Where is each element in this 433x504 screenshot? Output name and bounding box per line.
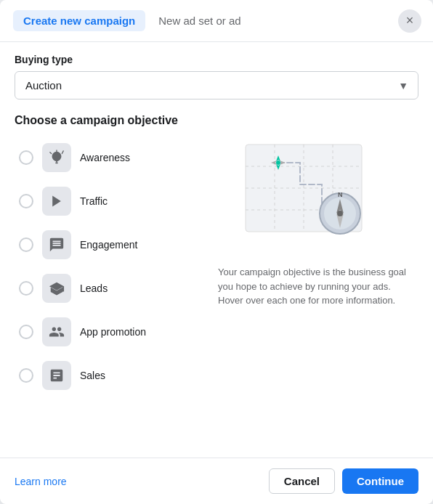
app-promotion-icon-box xyxy=(42,317,71,346)
close-button[interactable]: × xyxy=(398,9,421,33)
objectives-list: Awareness Traffic xyxy=(15,137,203,446)
create-campaign-dialog: Create new campaign New ad set or ad × B… xyxy=(0,0,433,504)
radio-app-promotion[interactable] xyxy=(19,325,33,339)
engagement-icon xyxy=(49,237,65,253)
leads-icon-box xyxy=(42,274,71,303)
awareness-icon-box xyxy=(42,143,71,172)
buying-type-label: Buying type xyxy=(15,54,418,65)
radio-engagement[interactable] xyxy=(19,237,33,252)
leads-icon xyxy=(49,280,65,296)
engagement-icon-box xyxy=(42,230,71,259)
radio-leads[interactable] xyxy=(19,281,33,296)
continue-button[interactable]: Continue xyxy=(342,468,418,494)
description-text: Your campaign objective is the business … xyxy=(218,265,418,308)
close-icon: × xyxy=(406,13,414,28)
svg-rect-0 xyxy=(55,162,58,163)
sales-label: Sales xyxy=(80,370,105,381)
traffic-label: Traffic xyxy=(80,195,108,207)
radio-sales[interactable] xyxy=(19,368,33,383)
learn-more-link[interactable]: Learn more xyxy=(15,476,67,487)
svg-point-11 xyxy=(337,211,343,216)
section-title: Choose a campaign objective xyxy=(15,114,418,127)
objective-item-engagement[interactable]: Engagement xyxy=(15,224,203,265)
dialog-footer: Learn more Cancel Continue xyxy=(0,458,433,504)
content-area: Awareness Traffic xyxy=(15,137,418,446)
objective-item-app-promotion[interactable]: App promotion xyxy=(15,312,203,352)
dialog-body: Buying type Auction Reach and frequency … xyxy=(0,42,433,458)
footer-buttons: Cancel Continue xyxy=(269,468,418,494)
objective-item-sales[interactable]: Sales xyxy=(15,355,203,396)
buying-type-select[interactable]: Auction Reach and frequency xyxy=(15,71,418,99)
svg-point-8 xyxy=(276,160,280,165)
sales-icon xyxy=(49,367,65,383)
svg-text:N: N xyxy=(338,191,343,198)
illustration: N xyxy=(238,137,398,253)
dialog-header: Create new campaign New ad set or ad × xyxy=(0,0,433,42)
objective-item-awareness[interactable]: Awareness xyxy=(15,137,203,178)
radio-traffic[interactable] xyxy=(19,194,33,208)
app-promotion-label: App promotion xyxy=(80,326,146,338)
tab-new-adset[interactable]: New ad set or ad xyxy=(158,15,240,27)
sales-icon-box xyxy=(42,361,71,390)
traffic-icon xyxy=(49,194,64,208)
awareness-icon xyxy=(49,150,65,166)
traffic-icon-box xyxy=(42,187,71,216)
radio-awareness[interactable] xyxy=(19,150,33,165)
buying-type-wrapper: Auction Reach and frequency ▼ xyxy=(15,71,418,99)
objective-item-leads[interactable]: Leads xyxy=(15,268,203,309)
awareness-label: Awareness xyxy=(80,152,130,163)
engagement-label: Engagement xyxy=(80,239,137,251)
tab-create-campaign[interactable]: Create new campaign xyxy=(13,10,145,31)
leads-label: Leads xyxy=(80,283,108,294)
app-promotion-icon xyxy=(49,324,65,340)
cancel-button[interactable]: Cancel xyxy=(269,468,335,494)
right-panel: N Your campaign objective is the busines… xyxy=(218,137,418,446)
objective-item-traffic[interactable]: Traffic xyxy=(15,181,203,221)
